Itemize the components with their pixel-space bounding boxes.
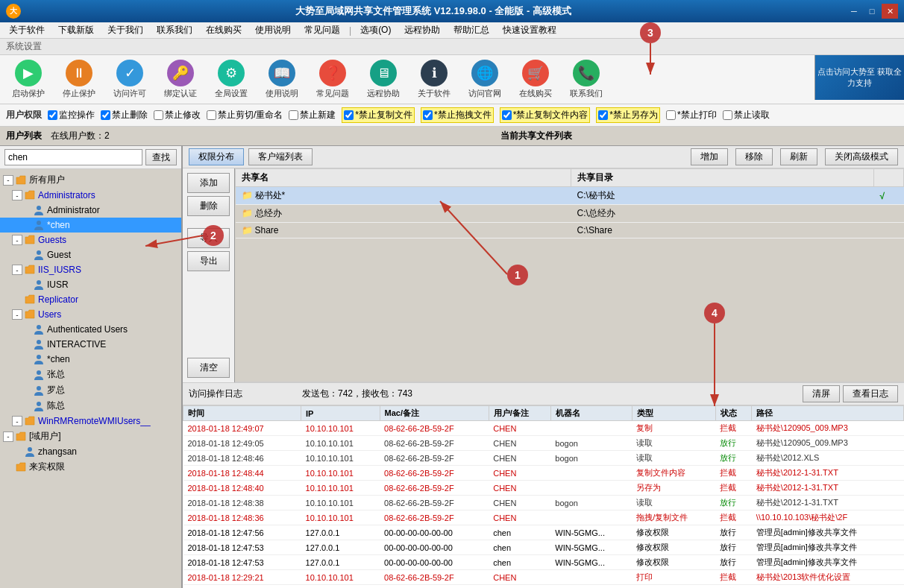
share-check-2 — [874, 223, 904, 238]
tree-item-2[interactable]: Administrator — [0, 203, 181, 218]
tree-item-13[interactable]: 张总 — [0, 367, 181, 382]
btn-tree-import[interactable]: 导入 — [187, 228, 230, 248]
tab-permissions[interactable]: 权限分布 — [189, 148, 244, 165]
log-cell-2-5: 读取 — [632, 451, 715, 466]
menu-item-2[interactable]: 关于我们 — [101, 22, 149, 38]
perm-checkbox-3[interactable] — [207, 110, 216, 120]
corner-banner[interactable]: 点击访问大势至 获取全力支持 — [814, 55, 904, 100]
toolbar-btn-4[interactable]: ⚙全局设置 — [209, 58, 254, 101]
toolbar-btn-3[interactable]: 🔑绑定认证 — [158, 58, 203, 101]
perm-checkbox-10[interactable] — [723, 110, 732, 120]
perm-item-7[interactable]: *禁止复制文件内容 — [500, 107, 591, 123]
btn-tree-add[interactable]: 添加 — [187, 173, 230, 193]
btn-refresh[interactable]: 刷新 — [780, 148, 817, 165]
tree-item-9[interactable]: -Users — [0, 307, 181, 322]
tree-item-14[interactable]: 罗总 — [0, 382, 181, 398]
tree-item-16[interactable]: -WinRMRemoteWMIUsers__ — [0, 414, 181, 429]
perm-item-5[interactable]: *禁止复制文件 — [342, 107, 415, 123]
btn-add[interactable]: 增加 — [691, 148, 728, 165]
toolbar-btn-2[interactable]: ✓访问许可 — [107, 58, 152, 101]
perm-checkbox-7[interactable] — [502, 110, 512, 120]
tree-item-7[interactable]: IUSR — [0, 277, 181, 292]
tree-expand-9[interactable]: - — [12, 309, 22, 320]
toolbar-btn-11[interactable]: 📞联系我们 — [564, 58, 609, 101]
tree-item-17[interactable]: -[域用户] — [0, 429, 181, 444]
tree-item-18[interactable]: zhangsan — [0, 444, 181, 459]
tree-expand-16[interactable]: - — [12, 416, 22, 426]
tree-item-4[interactable]: -Guests — [0, 233, 181, 247]
tree-item-8[interactable]: Replicator — [0, 292, 181, 307]
log-col-1: IP — [301, 406, 380, 421]
menu-item-6[interactable]: 常见问题 — [298, 22, 346, 38]
share-row-2[interactable]: 📁ShareC:\Share — [236, 223, 904, 238]
perm-checkbox-8[interactable] — [598, 110, 608, 120]
search-input[interactable] — [4, 149, 142, 165]
btn-tree-export[interactable]: 导出 — [187, 251, 230, 271]
tree-item-19[interactable]: 来宾权限 — [0, 459, 181, 475]
tree-item-11[interactable]: INTERACTIVE — [0, 337, 181, 352]
log-cell-6-5: 拖拽/复制文件 — [632, 510, 715, 525]
perm-item-9[interactable]: *禁止打印 — [666, 109, 717, 121]
toolbar-btn-6[interactable]: ❓常见问题 — [310, 58, 355, 101]
menu-item-4[interactable]: 在线购买 — [200, 22, 248, 38]
btn-log-view[interactable]: 查看日志 — [843, 385, 898, 402]
tree-item-1[interactable]: -Administrators — [0, 188, 181, 203]
tree-expand-4[interactable]: - — [12, 235, 22, 245]
tree-item-3[interactable]: *chen — [0, 218, 181, 233]
perm-item-4[interactable]: 禁止新建 — [289, 109, 336, 121]
share-row-1[interactable]: 📁总经办C:\总经办 — [236, 205, 904, 223]
tree-item-15[interactable]: 陈总 — [0, 398, 181, 414]
menu-item-10[interactable]: 快速设置教程 — [497, 22, 562, 38]
btn-tree-clear[interactable]: 清空 — [187, 358, 230, 378]
perm-checkbox-9[interactable] — [666, 110, 676, 120]
tab-clients[interactable]: 客户端列表 — [248, 148, 313, 165]
perm-item-8[interactable]: *禁止另存为 — [596, 107, 660, 123]
menu-item-5[interactable]: 使用说明 — [249, 22, 297, 38]
btn-tree-delete[interactable]: 删除 — [187, 196, 230, 216]
log-stats: 发送包：742，接收包：743 — [302, 388, 412, 400]
perm-item-2[interactable]: 禁止修改 — [154, 109, 201, 121]
perm-checkbox-0[interactable] — [48, 110, 57, 120]
tree-item-12[interactable]: *chen — [0, 352, 181, 367]
tree-expand-6[interactable]: - — [12, 265, 22, 275]
menu-item-8[interactable]: 远程协助 — [398, 22, 446, 38]
btn-close-advanced[interactable]: 关闭高级模式 — [825, 148, 898, 165]
perm-checkbox-1[interactable] — [101, 110, 110, 120]
tree-expand-1[interactable]: - — [12, 190, 22, 200]
log-row-0: 2018-01-18 12:49:0710.10.10.10108-62-66-… — [183, 421, 904, 436]
toolbar-btn-0[interactable]: ▶启动保护 — [6, 58, 51, 101]
tree-expand-0[interactable]: - — [3, 175, 13, 186]
toolbar-btn-8[interactable]: ℹ关于软件 — [412, 58, 456, 101]
tree-item-10[interactable]: Authenticated Users — [0, 322, 181, 337]
toolbar-btn-9[interactable]: 🌐访问官网 — [462, 58, 507, 101]
perm-checkbox-4[interactable] — [289, 110, 298, 120]
menu-item-1[interactable]: 下载新版 — [52, 22, 100, 38]
tree-item-5[interactable]: Guest — [0, 247, 181, 262]
toolbar-btn-5[interactable]: 📖使用说明 — [260, 58, 304, 101]
perm-checkbox-5[interactable] — [344, 110, 354, 120]
menu-item-7[interactable]: 选项(O) — [354, 22, 397, 38]
perm-item-10[interactable]: 禁止读取 — [723, 109, 770, 121]
menu-item-0[interactable]: 关于软件 — [3, 22, 51, 38]
tree-expand-17[interactable]: - — [3, 431, 13, 442]
minimize-button[interactable]: ─ — [846, 4, 862, 19]
toolbar-btn-10[interactable]: 🛒在线购买 — [513, 58, 558, 101]
toolbar-btn-1[interactable]: ⏸停止保护 — [57, 58, 101, 101]
btn-log-clear[interactable]: 清屏 — [803, 385, 840, 402]
perm-item-6[interactable]: *禁止拖拽文件 — [421, 107, 494, 123]
menu-item-9[interactable]: 帮助汇总 — [448, 22, 495, 38]
tree-item-0[interactable]: -所有用户 — [0, 172, 181, 188]
close-button[interactable]: ✕ — [882, 4, 898, 19]
btn-remove[interactable]: 移除 — [735, 148, 773, 165]
menu-item-3[interactable]: 联系我们 — [151, 22, 198, 38]
perm-checkbox-2[interactable] — [154, 110, 163, 120]
toolbar-btn-7[interactable]: 🖥远程协助 — [361, 58, 406, 101]
perm-checkbox-6[interactable] — [423, 110, 433, 120]
share-row-0[interactable]: 📁秘书处*C:\秘书处√ — [236, 187, 904, 205]
tree-item-6[interactable]: -IIS_IUSRS — [0, 262, 181, 277]
perm-item-3[interactable]: 禁止剪切/重命名 — [207, 109, 283, 121]
perm-item-0[interactable]: 监控操作 — [48, 109, 95, 121]
search-button[interactable]: 查找 — [145, 149, 177, 165]
perm-item-1[interactable]: 禁止删除 — [101, 109, 148, 121]
maximize-button[interactable]: □ — [864, 4, 880, 19]
